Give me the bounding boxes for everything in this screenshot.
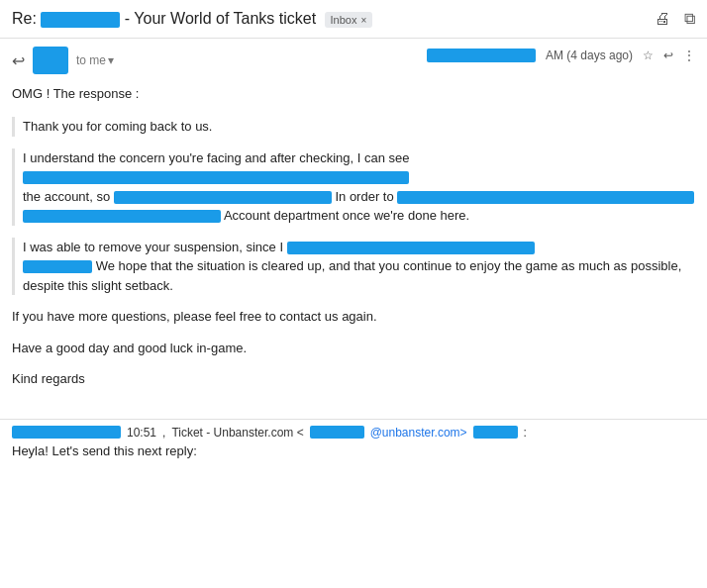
redact-quoted-extra: [473, 426, 518, 439]
redact-2a: [23, 171, 409, 184]
star-icon[interactable]: ☆: [643, 49, 654, 62]
p6-text: Kind regards: [12, 371, 85, 386]
paragraph-3: I was able to remove your suspension, si…: [12, 238, 695, 296]
sender-avatar: [33, 47, 68, 74]
email-header-bar: Re: - Your World of Tanks ticket Inbox ×…: [0, 0, 707, 39]
p3-start: I was able to remove your suspension, si…: [23, 240, 283, 254]
header-action-icons: 🖨 ⧉: [655, 10, 695, 28]
subject-redacted-1: [41, 12, 120, 28]
p2-start: I understand the concern you're facing a…: [23, 150, 410, 165]
email-body: OMG ! The response : Thank you for comin…: [0, 76, 707, 411]
sender-meta: to me ▾: [76, 53, 114, 67]
reply-icon[interactable]: ↩: [663, 49, 673, 62]
redact-3b: [23, 260, 92, 273]
paragraph-2: I understand the concern you're facing a…: [12, 148, 695, 226]
paragraph-4: If you have more questions, please feel …: [12, 307, 695, 327]
to-me-label[interactable]: to me ▾: [76, 53, 114, 67]
redact-quoted-sender: [12, 426, 121, 439]
quoted-time: 10:51: [127, 426, 156, 440]
heyla-text: Heyla! Let's send this next reply:: [12, 443, 197, 458]
sender-right-section: AM (4 days ago) ☆ ↩ ⋮: [427, 47, 695, 62]
paragraph-6: Kind regards: [12, 369, 695, 389]
email-time: AM (4 days ago): [546, 49, 633, 62]
p3-end: We hope that the situation is cleared up…: [23, 258, 681, 293]
p5-text: Have a good day and good luck in-game.: [12, 341, 247, 355]
inbox-label: Inbox: [331, 14, 357, 26]
p2-mid: the account, so: [23, 189, 110, 204]
open-external-icon[interactable]: ⧉: [684, 10, 695, 28]
inbox-close-icon[interactable]: ×: [360, 15, 366, 26]
subject-suffix: - Your World of Tanks ticket: [125, 10, 316, 27]
sender-row: ↩ to me ▾ AM (4 days ago) ☆ ↩ ⋮: [0, 39, 707, 76]
dropdown-icon: ▾: [108, 53, 114, 67]
paragraph-1: Thank you for coming back to us.: [12, 117, 695, 137]
redact-2c: [397, 191, 694, 204]
quoted-body: Heyla! Let's send this next reply:: [12, 443, 695, 458]
omg-line: OMG ! The response :: [12, 86, 695, 101]
inbox-badge[interactable]: Inbox ×: [325, 12, 373, 28]
quoted-ticket-text: Ticket - Unbanster.com <: [171, 426, 303, 440]
email-subject: Re: - Your World of Tanks ticket Inbox ×: [12, 10, 647, 28]
sender-name-redacted: [427, 49, 536, 62]
redact-2d: [23, 210, 221, 223]
more-options-icon[interactable]: ⋮: [683, 49, 695, 62]
back-icon[interactable]: ↩: [12, 51, 25, 70]
p2-mid2: In order to: [335, 189, 393, 204]
to-me-text: to me: [76, 53, 106, 67]
p1-text: Thank you for coming back to us.: [23, 119, 212, 134]
email-domain-text: @unbanster.com>: [370, 426, 467, 440]
paragraph-5: Have a good day and good luck in-game.: [12, 339, 695, 358]
sender-left-section: ↩ to me ▾: [12, 47, 114, 74]
p2-end: Account department once we're done here.: [224, 208, 469, 223]
email-action-icons: ☆ ↩ ⋮: [643, 49, 695, 62]
redact-2b: [114, 191, 332, 204]
p4-text: If you have more questions, please feel …: [12, 309, 377, 324]
quoted-section: 10:51, Ticket - Unbanster.com < @unbanst…: [0, 419, 707, 458]
redact-3a: [287, 242, 535, 254]
subject-prefix: Re:: [12, 10, 37, 27]
quoted-header: 10:51, Ticket - Unbanster.com < @unbanst…: [12, 426, 695, 440]
print-icon[interactable]: 🖨: [655, 10, 670, 28]
redact-email-user: [310, 426, 364, 439]
